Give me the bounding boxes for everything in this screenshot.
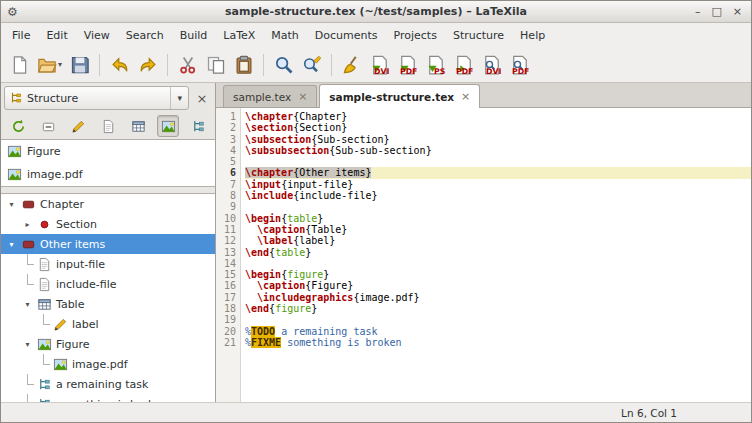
show-labels-toggle[interactable] xyxy=(67,115,89,137)
build-pdf2-icon: PDF xyxy=(454,55,474,75)
tree-item-include-file[interactable]: include-file xyxy=(1,274,215,294)
page-icon xyxy=(101,119,116,134)
view-dvi-button[interactable]: DVI xyxy=(478,51,505,79)
svg-text:PDF: PDF xyxy=(399,67,416,75)
collapse-all-button[interactable] xyxy=(37,115,59,137)
compile-latex-button[interactable]: DVI xyxy=(366,51,393,79)
tree-item-other-items[interactable]: ▾Other items xyxy=(1,234,215,254)
menu-file[interactable]: File xyxy=(4,25,38,46)
panel-close-button[interactable]: × xyxy=(192,91,212,106)
titlebar[interactable]: ⚙ sample-structure.tex (~/test/samples) … xyxy=(1,1,751,23)
collapse-icon xyxy=(41,119,56,134)
menu-view[interactable]: View xyxy=(76,25,118,46)
open-button[interactable]: ▾ xyxy=(34,51,65,79)
editor-tab-sample-structure-tex[interactable]: sample-structure.tex× xyxy=(319,84,480,108)
refresh-button[interactable] xyxy=(7,115,29,137)
menu-projects[interactable]: Projects xyxy=(386,25,445,46)
cursor-position: Ln 6, Col 1 xyxy=(621,407,677,419)
text-editor[interactable]: 123456789101112131415161718192021 \chapt… xyxy=(216,108,751,402)
page-icon xyxy=(37,257,52,272)
line-number: 18 xyxy=(216,303,236,314)
expander-icon[interactable]: ▾ xyxy=(21,340,34,349)
list-item-image-pdf[interactable]: image.pdf xyxy=(1,163,215,186)
new-document-button[interactable] xyxy=(6,51,33,79)
panel-selector[interactable]: Structure ▾ xyxy=(4,86,189,110)
structure-toolbar xyxy=(1,113,215,139)
tree-item-a-remaining-task[interactable]: a remaining task xyxy=(1,374,215,394)
tab-close-icon[interactable]: × xyxy=(461,90,470,103)
code-line: \chapter{Other items} xyxy=(245,167,751,178)
convert-dvipdf-button[interactable]: PDF xyxy=(450,51,477,79)
tab-close-icon[interactable]: × xyxy=(298,90,307,103)
table-icon xyxy=(131,119,146,134)
code-line: \begin{table} xyxy=(245,213,751,224)
copy-button[interactable] xyxy=(202,51,229,79)
line-number: 6 xyxy=(216,167,236,178)
redo-button[interactable] xyxy=(134,51,161,79)
tree-connector xyxy=(21,274,34,294)
svg-text:PDF: PDF xyxy=(511,67,528,75)
code-line: \input{input-file} xyxy=(245,179,751,190)
expander-icon[interactable]: ▾ xyxy=(5,240,18,249)
pencil-icon xyxy=(71,119,86,134)
code-lines[interactable]: \chapter{Chapter}\section{Section}\subse… xyxy=(241,108,751,402)
tree-item-figure[interactable]: ▾Figure xyxy=(1,334,215,354)
menubar: FileEditViewSearchBuildLaTeXMathDocument… xyxy=(1,23,751,47)
toolbar-separator xyxy=(167,54,168,76)
line-number: 11 xyxy=(216,224,236,235)
close-button[interactable]: × xyxy=(733,5,742,18)
menu-documents[interactable]: Documents xyxy=(307,25,386,46)
line-number: 10 xyxy=(216,213,236,224)
show-images-toggle[interactable] xyxy=(157,115,179,137)
tree-item-section[interactable]: ▸Section xyxy=(1,214,215,234)
tree-connector xyxy=(37,354,50,374)
tree-item-chapter[interactable]: ▾Chapter xyxy=(1,194,215,214)
tree-item-input-file[interactable]: input-file xyxy=(1,254,215,274)
compile-pdflatex-button[interactable]: PDF xyxy=(394,51,421,79)
tree-item-label[interactable]: label xyxy=(1,314,215,334)
show-todos-toggle[interactable] xyxy=(187,115,209,137)
menu-search[interactable]: Search xyxy=(118,25,172,46)
menu-edit[interactable]: Edit xyxy=(38,25,75,46)
save-button[interactable] xyxy=(66,51,93,79)
dropdown-arrow-icon[interactable]: ▾ xyxy=(58,60,62,69)
tree-item-label: input-file xyxy=(55,258,105,271)
undo-button[interactable] xyxy=(106,51,133,79)
show-includes-toggle[interactable] xyxy=(97,115,119,137)
search-button[interactable] xyxy=(270,51,297,79)
minimize-button[interactable]: – xyxy=(695,5,701,18)
chapter-icon xyxy=(21,237,36,252)
tree-item-image-pdf[interactable]: image.pdf xyxy=(1,354,215,374)
editor-area: sample.tex×sample-structure.tex× 1234567… xyxy=(216,83,751,402)
view-pdf-button[interactable]: PDF xyxy=(506,51,533,79)
build-ps-icon: PS xyxy=(426,55,446,75)
menu-help[interactable]: Help xyxy=(512,25,553,46)
show-tables-toggle[interactable] xyxy=(127,115,149,137)
expander-icon[interactable]: ▾ xyxy=(21,300,34,309)
cut-button[interactable] xyxy=(174,51,201,79)
find-icon xyxy=(274,55,294,75)
undo-icon xyxy=(110,55,130,75)
tree-item-label: label xyxy=(71,318,99,331)
convert-dvips-button[interactable]: PS xyxy=(422,51,449,79)
doc-new-icon xyxy=(10,55,30,75)
menu-latex[interactable]: LaTeX xyxy=(215,25,263,46)
clean-button[interactable] xyxy=(338,51,365,79)
paste-button[interactable] xyxy=(230,51,257,79)
line-number: 9 xyxy=(216,201,236,212)
menu-math[interactable]: Math xyxy=(263,25,307,46)
tree-item-something-is-broken[interactable]: something is broken xyxy=(1,394,215,402)
list-item-figure[interactable]: Figure xyxy=(1,140,215,163)
expander-icon[interactable]: ▾ xyxy=(5,200,18,209)
line-number: 12 xyxy=(216,235,236,246)
statusbar: Ln 6, Col 1 xyxy=(1,402,751,422)
menu-structure[interactable]: Structure xyxy=(445,25,512,46)
maximize-button[interactable]: □ xyxy=(711,5,721,18)
tree-item-label: Table xyxy=(55,298,84,311)
paste-icon xyxy=(234,55,254,75)
search-replace-button[interactable] xyxy=(298,51,325,79)
editor-tab-sample-tex[interactable]: sample.tex× xyxy=(223,85,317,107)
expander-icon[interactable]: ▸ xyxy=(21,220,34,229)
menu-build[interactable]: Build xyxy=(172,25,216,46)
tree-item-table[interactable]: ▾Table xyxy=(1,294,215,314)
